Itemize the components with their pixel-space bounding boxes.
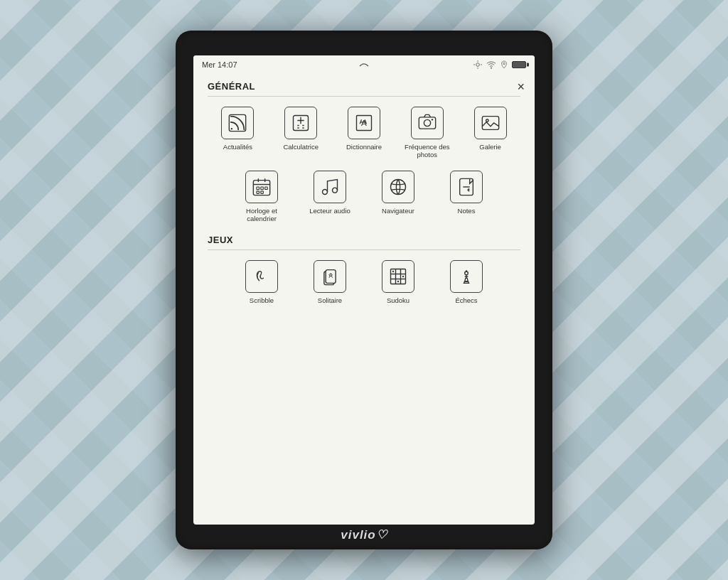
svg-point-50 — [397, 280, 399, 281]
calculatrice-label: Calculatrice — [283, 143, 318, 151]
app-actualites[interactable]: Actualités — [208, 107, 268, 159]
general-apps-row1: Actualités — [208, 107, 520, 159]
app-galerie[interactable]: Galerie — [460, 107, 520, 159]
navigateur-icon-box — [382, 171, 414, 203]
actualites-label: Actualités — [223, 143, 252, 151]
jeux-apps: Scribble A Solitaire — [229, 260, 499, 304]
svg-point-6 — [503, 63, 505, 65]
echecs-icon-box — [450, 260, 483, 293]
device: Mer 14:07 — [176, 31, 552, 549]
app-content: × GÉNÉRAL — [193, 72, 535, 525]
svg-point-25 — [486, 119, 488, 122]
app-lecteur[interactable]: Lecteur audio — [297, 171, 363, 223]
calculatrice-icon-box — [284, 107, 317, 139]
svg-point-5 — [491, 68, 491, 68]
photo-icon — [417, 113, 437, 133]
status-bar: Mer 14:07 — [193, 55, 535, 72]
app-navigateur[interactable]: Navigateur — [365, 171, 431, 223]
cards-icon: A — [320, 267, 340, 286]
svg-rect-21 — [419, 117, 435, 129]
solitaire-icon-box: A — [314, 260, 346, 293]
sudoku-icon — [388, 267, 408, 286]
divider-jeux — [208, 249, 520, 250]
section-header-general: GÉNÉRAL — [208, 81, 520, 92]
lecteur-icon-box — [314, 171, 346, 203]
clock-icon — [252, 177, 272, 197]
dictionnaire-icon-box: A — [348, 107, 380, 139]
svg-point-48 — [392, 270, 394, 272]
svg-point-0 — [476, 63, 480, 67]
dictionary-icon: A — [354, 113, 374, 133]
section-header-jeux: JEUX — [208, 235, 520, 245]
echecs-label: Échecs — [455, 296, 477, 304]
svg-point-36 — [333, 188, 338, 193]
notes-label: Notes — [458, 207, 476, 215]
location-icon — [500, 60, 508, 70]
app-notes[interactable]: Notes — [434, 171, 499, 223]
battery-icon — [512, 61, 526, 68]
galerie-icon-box — [474, 107, 507, 139]
svg-rect-34 — [261, 191, 264, 194]
navigateur-label: Navigateur — [382, 207, 414, 215]
screen: Mer 14:07 — [193, 55, 535, 525]
svg-rect-32 — [265, 187, 268, 190]
divider-general — [208, 96, 520, 97]
app-scribble[interactable]: Scribble — [229, 260, 294, 304]
actualites-icon-box — [221, 107, 254, 139]
svg-point-7 — [231, 128, 232, 129]
horloge-icon-box — [245, 171, 278, 203]
svg-point-49 — [402, 275, 404, 276]
svg-point-37 — [391, 179, 406, 194]
chess-icon — [456, 267, 476, 286]
section-jeux: JEUX Scribble — [208, 235, 520, 304]
lecteur-label: Lecteur audio — [309, 207, 350, 215]
general-apps-row2: Horloge et calendrier Lecteur audio — [229, 171, 499, 223]
time-display: Mer 14:07 — [202, 60, 237, 69]
sudoku-label: Sudoku — [387, 296, 410, 304]
solitaire-label: Solitaire — [318, 296, 342, 304]
calculator-icon — [291, 113, 311, 133]
status-center — [357, 60, 371, 70]
globe-icon — [388, 177, 408, 197]
rss-icon — [228, 113, 247, 133]
notes-icon — [456, 177, 476, 197]
app-horloge[interactable]: Horloge et calendrier — [229, 171, 294, 223]
app-frequence[interactable]: Fréquence des photos — [397, 107, 457, 159]
brand-label: vivlio♡ — [341, 527, 387, 542]
wifi-icon — [486, 60, 496, 70]
status-icons — [473, 60, 526, 70]
close-button[interactable]: × — [517, 80, 525, 95]
notes-icon-box — [450, 171, 483, 203]
section-general: GÉNÉRAL Actual — [208, 81, 520, 223]
galerie-label: Galerie — [479, 143, 501, 151]
svg-rect-30 — [257, 187, 259, 190]
frequence-label: Fréquence des photos — [403, 143, 451, 159]
svg-rect-31 — [261, 187, 264, 190]
music-icon — [320, 177, 340, 197]
app-sudoku[interactable]: Sudoku — [365, 260, 431, 304]
scribble-icon-box — [245, 260, 278, 293]
brightness-icon — [473, 60, 483, 70]
app-echecs[interactable]: Échecs — [434, 260, 499, 304]
app-calculatrice[interactable]: Calculatrice — [271, 107, 331, 159]
app-solitaire[interactable]: A Solitaire — [297, 260, 363, 304]
scribble-icon — [252, 267, 272, 286]
app-dictionnaire[interactable]: A Dictionnaire — [334, 107, 395, 159]
svg-point-22 — [424, 119, 430, 126]
sudoku-icon-box — [382, 260, 414, 293]
scribble-label: Scribble — [250, 296, 274, 304]
svg-rect-24 — [482, 117, 498, 130]
svg-point-23 — [432, 119, 433, 120]
svg-rect-33 — [257, 191, 259, 194]
gallery-icon — [481, 113, 500, 133]
horloge-label: Horloge et calendrier — [237, 207, 286, 223]
svg-point-35 — [323, 189, 328, 194]
frequence-icon-box — [411, 107, 444, 139]
dictionnaire-label: Dictionnaire — [346, 143, 382, 151]
